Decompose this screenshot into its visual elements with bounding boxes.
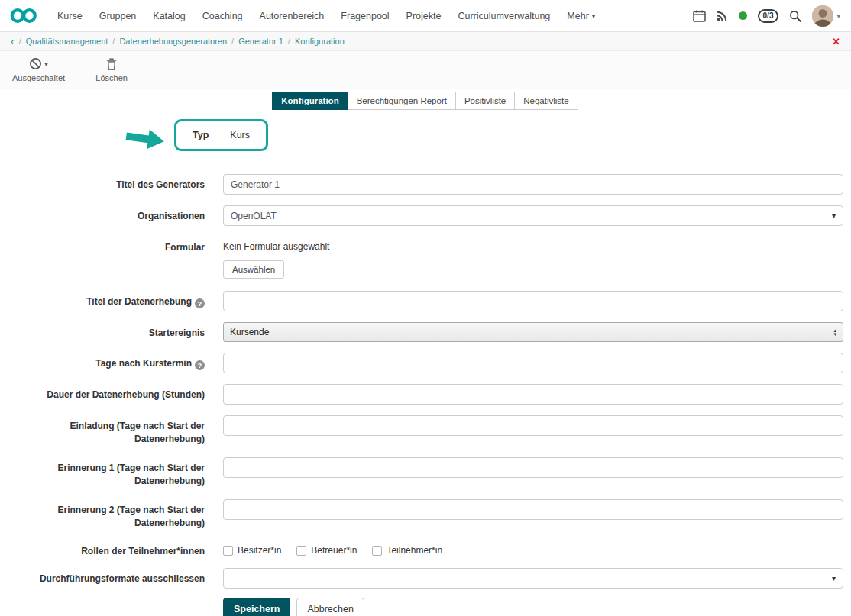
duration-input[interactable] bbox=[223, 384, 843, 405]
start-event-value: Kursende bbox=[230, 327, 269, 337]
data-collection-title-label: Titel der Datenerhebung bbox=[86, 296, 192, 307]
form-row-days-after-course: Tage nach Kurstermin? bbox=[0, 353, 843, 373]
duration-label: Dauer der Datenerhebung (Stunden) bbox=[0, 384, 205, 402]
organisations-value: OpenOLAT bbox=[231, 211, 277, 221]
select-arrows-icon: ▴▾ bbox=[833, 328, 836, 336]
main-nav: Kurse Gruppen Katalog Coaching Autorenbe… bbox=[49, 11, 603, 21]
breadcrumb-separator: / bbox=[112, 37, 115, 46]
title-label: Titel des Generators bbox=[0, 174, 205, 192]
rss-icon bbox=[717, 10, 728, 21]
nav-item-fragenpool[interactable]: Fragenpool bbox=[332, 11, 397, 21]
breadcrumb-separator: / bbox=[288, 37, 290, 46]
breadcrumb-item-datenerhebungsgeneratoren[interactable]: Datenerhebungsgeneratoren bbox=[119, 37, 227, 46]
help-icon[interactable]: ? bbox=[195, 298, 205, 308]
exclude-formats-label: Durchführungsformate ausschliessen bbox=[0, 568, 205, 585]
form-row-exclude-formats: Durchführungsformate ausschliessen ▾ bbox=[0, 568, 843, 589]
breadcrumb-item-generator-1[interactable]: Generator 1 bbox=[238, 37, 283, 46]
status-label: Ausgeschaltet bbox=[12, 73, 65, 82]
calendar-button[interactable] bbox=[693, 10, 706, 22]
type-selector-row: Typ Kurs bbox=[0, 118, 851, 165]
breadcrumb-back-icon[interactable]: ‹ bbox=[11, 36, 15, 47]
form-row-invitation: Einladung (Tage nach Start der Datenerhe… bbox=[0, 415, 843, 447]
type-option-typ[interactable]: Typ bbox=[193, 130, 209, 140]
presence-status-dot[interactable] bbox=[739, 11, 747, 20]
rss-button[interactable] bbox=[717, 10, 728, 21]
status-ausgeschaltet-button[interactable]: ▾ Ausgeschaltet bbox=[12, 57, 65, 82]
breadcrumb-item-konfiguration[interactable]: Konfiguration bbox=[295, 37, 345, 46]
tab-negativliste[interactable]: Negativliste bbox=[514, 92, 578, 110]
form-actions: Speichern Abbrechen bbox=[223, 598, 843, 616]
nav-item-kurse[interactable]: Kurse bbox=[49, 11, 91, 21]
chevron-down-icon: ▾ bbox=[832, 574, 836, 582]
organisations-label: Organisationen bbox=[0, 205, 205, 223]
formular-value: Kein Formular ausgewählt bbox=[223, 237, 843, 252]
generator-toolbar: ▾ Ausgeschaltet Löschen bbox=[0, 51, 851, 89]
openolat-logo-icon[interactable] bbox=[9, 7, 38, 24]
roles-label: Rollen der Teilnehmer*innen bbox=[0, 540, 205, 558]
form-row-organisations: Organisationen OpenOLAT ▾ bbox=[0, 205, 843, 226]
user-menu[interactable]: ▾ bbox=[812, 5, 840, 27]
reminder2-label: Erinnerung 2 (Tage nach Start der Datene… bbox=[0, 499, 205, 531]
breadcrumb-separator: / bbox=[19, 37, 21, 46]
assessment-counter-badge[interactable]: 0/3 bbox=[758, 9, 779, 23]
reminder1-label: Erinnerung 1 (Tage nach Start der Datene… bbox=[0, 457, 205, 489]
invitation-label: Einladung (Tage nach Start der Datenerhe… bbox=[0, 415, 205, 447]
delete-label: Löschen bbox=[95, 73, 128, 82]
invitation-input[interactable] bbox=[223, 415, 843, 436]
checkbox-betreuer-label: Betreuer*in bbox=[311, 545, 357, 556]
start-event-label: Startereignis bbox=[0, 322, 205, 340]
reminder1-input[interactable] bbox=[223, 457, 843, 478]
nav-item-autorenbereich[interactable]: Autorenbereich bbox=[251, 11, 333, 21]
form-row-duration: Dauer der Datenerhebung (Stunden) bbox=[0, 384, 843, 405]
type-option-kurs[interactable]: Kurs bbox=[230, 130, 250, 140]
exclude-formats-select[interactable]: ▾ bbox=[223, 568, 843, 589]
tab-konfiguration[interactable]: Konfiguration bbox=[272, 92, 348, 110]
checkbox-besitzer-label: Besitzer*in bbox=[238, 545, 281, 556]
breadcrumb-separator: / bbox=[231, 37, 234, 46]
close-icon[interactable]: ✕ bbox=[832, 36, 840, 47]
checkbox-teilnehmer[interactable] bbox=[372, 546, 382, 556]
title-input[interactable] bbox=[223, 174, 843, 195]
form-row-start-event: Startereignis Kursende ▴▾ bbox=[0, 322, 843, 342]
nav-item-gruppen[interactable]: Gruppen bbox=[91, 11, 145, 21]
form-row-roles: Rollen der Teilnehmer*innen Besitzer*in … bbox=[0, 540, 843, 558]
tab-bar: Konfiguration Berechtigungen Report Posi… bbox=[0, 92, 851, 110]
role-teilnehmer: Teilnehmer*in bbox=[372, 545, 442, 556]
days-after-course-input[interactable] bbox=[223, 353, 843, 373]
trash-icon bbox=[106, 58, 117, 70]
form-row-formular: Formular Kein Formular ausgewählt Auswäh… bbox=[0, 237, 843, 279]
nav-item-projekte[interactable]: Projekte bbox=[398, 11, 450, 21]
nav-item-katalog[interactable]: Katalog bbox=[144, 11, 193, 21]
chevron-down-icon: ▾ bbox=[836, 12, 840, 20]
reminder2-input[interactable] bbox=[223, 499, 843, 520]
data-collection-title-input[interactable] bbox=[223, 291, 843, 311]
tab-berechtigungen-report[interactable]: Berechtigungen Report bbox=[348, 92, 456, 110]
tab-positivliste[interactable]: Positivliste bbox=[455, 92, 515, 110]
start-event-select[interactable]: Kursende ▴▾ bbox=[223, 322, 843, 342]
nav-item-curriculumverwaltung[interactable]: Curriculumverwaltung bbox=[449, 11, 558, 21]
search-button[interactable] bbox=[789, 10, 801, 22]
breadcrumb-item-qualitaetsmanagement[interactable]: Qualitätsmanagement bbox=[26, 37, 108, 46]
nav-mehr-label: Mehr bbox=[567, 11, 588, 21]
nav-item-coaching[interactable]: Coaching bbox=[194, 11, 251, 21]
type-selector-highlight-box: Typ Kurs bbox=[174, 119, 268, 151]
breadcrumb: ‹ / Qualitätsmanagement / Datenerhebungs… bbox=[0, 32, 851, 51]
chevron-down-icon: ▾ bbox=[592, 12, 596, 20]
annotation-arrow-icon bbox=[124, 124, 168, 153]
choose-form-button[interactable]: Auswählen bbox=[223, 260, 284, 279]
organisations-select[interactable]: OpenOLAT ▾ bbox=[223, 205, 843, 226]
checkbox-teilnehmer-label: Teilnehmer*in bbox=[387, 545, 442, 556]
calendar-icon bbox=[693, 10, 706, 22]
cancel-button[interactable]: Abbrechen bbox=[296, 598, 364, 616]
form-row-data-collection-title: Titel der Datenerhebung? bbox=[0, 291, 843, 311]
checkbox-besitzer[interactable] bbox=[223, 546, 233, 556]
save-button[interactable]: Speichern bbox=[223, 598, 290, 616]
top-navbar: Kurse Gruppen Katalog Coaching Autorenbe… bbox=[0, 0, 851, 32]
help-icon[interactable]: ? bbox=[195, 360, 205, 370]
nav-item-mehr[interactable]: Mehr ▾ bbox=[558, 11, 603, 21]
checkbox-betreuer[interactable] bbox=[296, 546, 306, 556]
avatar bbox=[812, 5, 833, 27]
delete-button[interactable]: Löschen bbox=[88, 57, 135, 82]
form-row-reminder2: Erinnerung 2 (Tage nach Start der Datene… bbox=[0, 499, 843, 531]
search-icon bbox=[789, 10, 801, 22]
